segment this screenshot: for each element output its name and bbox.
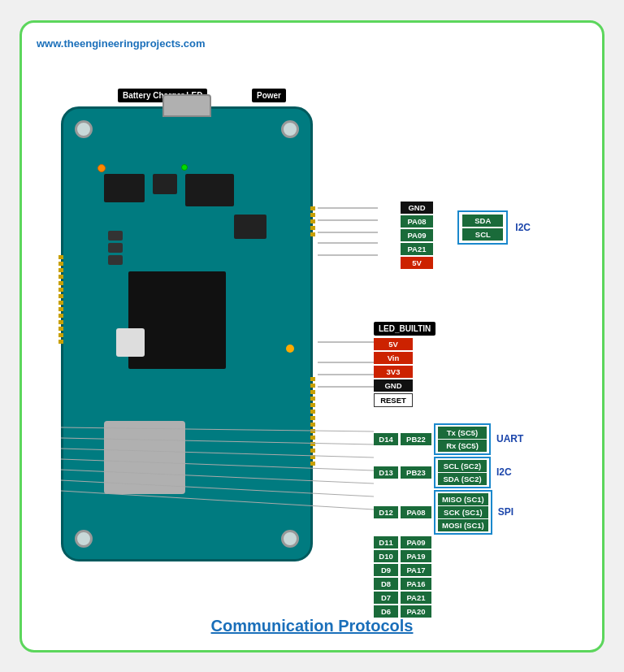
mosi-sc1-label: MOSI (SC1) xyxy=(438,519,488,531)
d12-label: D12 xyxy=(374,506,398,518)
pa16-label: PA16 xyxy=(401,578,431,590)
power-led xyxy=(181,164,188,171)
spi-protocol-label: SPI xyxy=(498,506,514,518)
website-url: www.theengineeringprojects.com xyxy=(37,37,587,50)
d10-label: D10 xyxy=(374,550,398,562)
d13-row: D13 PB23 SCL (SC2) SDA (SC2) I2C xyxy=(374,457,523,488)
pa19-label: PA19 xyxy=(401,550,431,562)
pa17-label: PA17 xyxy=(401,564,431,576)
gnd-pin-row: GND xyxy=(401,202,433,214)
uart-box: Tx (SC5) Rx (SC5) xyxy=(434,423,491,455)
pa21-pin-label: PA21 xyxy=(401,243,433,255)
pa08-pin-row: PA08 xyxy=(401,215,433,228)
mounting-hole-br xyxy=(281,530,299,548)
d8-row: D8 PA16 xyxy=(374,578,523,590)
pa08-bot-label: PA08 xyxy=(401,506,431,518)
d14-row: D14 PB22 Tx (SC5) Rx (SC5) UART xyxy=(374,423,523,455)
d6-row: D6 PA20 xyxy=(374,605,523,618)
5v-mid-label: 5V xyxy=(374,338,413,350)
pb23-label: PB23 xyxy=(401,466,431,479)
power-label: Power xyxy=(252,89,286,102)
component-top-right xyxy=(234,215,266,239)
pa09-pin-row: PA09 xyxy=(401,229,433,241)
vin-label: Vin xyxy=(374,352,413,364)
d9-row: D9 PA17 xyxy=(374,564,523,576)
d6-label: D6 xyxy=(374,605,398,618)
uart-protocol-label: UART xyxy=(496,433,523,444)
d7-row: D7 PA21 xyxy=(374,592,523,604)
gnd-pin-label: GND xyxy=(401,202,433,214)
bottom-pins-section: D14 PB22 Tx (SC5) Rx (SC5) UART D13 PB23… xyxy=(374,423,523,618)
i2c-top-group: SDA SCL I2C xyxy=(457,210,531,245)
tx-sc5-label: Tx (SC5) xyxy=(438,427,487,439)
pa09-pin-label: PA09 xyxy=(401,229,433,241)
i2c-top-box: SDA SCL xyxy=(457,210,508,245)
sda-sc2-label: SDA (SC2) xyxy=(438,473,487,485)
d8-label: D8 xyxy=(374,578,398,590)
arduino-board xyxy=(61,106,313,561)
d12-row: D12 PA08 MISO (SC1) SCK (SC1) MOSI (SC1)… xyxy=(374,490,523,535)
middle-right-pins: 5V Vin 3V3 GND RESET xyxy=(374,338,413,407)
i2c-bottom-box: SCL (SC2) SDA (SC2) xyxy=(434,457,491,488)
pb22-label: PB22 xyxy=(401,433,431,445)
3v3-label: 3V3 xyxy=(374,366,413,378)
component-small-3 xyxy=(108,255,123,265)
i2c-bottom-protocol-label: I2C xyxy=(496,466,512,478)
d13-label: D13 xyxy=(374,466,398,479)
main-card: www.theengineeringprojects.com Battery C… xyxy=(20,20,604,652)
white-component xyxy=(116,328,145,357)
led-builtin-label: LED_BUILTIN xyxy=(374,322,436,336)
scl-sc2-label: SCL (SC2) xyxy=(438,460,487,472)
component-small-1 xyxy=(108,231,123,241)
5v-top-pin-row: 5V xyxy=(401,257,433,269)
battery-charger-led xyxy=(98,164,106,172)
d11-label: D11 xyxy=(374,536,398,548)
d7-label: D7 xyxy=(374,592,398,604)
gnd-mid-label: GND xyxy=(374,379,413,392)
d9-label: D9 xyxy=(374,564,398,576)
pa08-pin-label: PA08 xyxy=(401,215,433,228)
d11-row: D11 PA09 xyxy=(374,536,523,548)
led-middle xyxy=(286,345,294,353)
5v-top-pin-label: 5V xyxy=(401,257,433,269)
reset-label: RESET xyxy=(374,393,413,407)
pa20-label: PA20 xyxy=(401,605,431,618)
pin-header-left xyxy=(58,255,63,344)
page-title: Communication Protocols xyxy=(37,617,587,635)
sd-card-area xyxy=(104,421,185,494)
ic-component-1 xyxy=(104,174,145,202)
mounting-hole-tl xyxy=(75,120,93,138)
spi-box: MISO (SC1) SCK (SC1) MOSI (SC1) xyxy=(434,490,492,535)
diagram-area: Battery Charger LED Power xyxy=(37,58,587,610)
mounting-hole-bl xyxy=(75,530,93,548)
pa09-bot-label: PA09 xyxy=(401,536,431,548)
sda-top-label: SDA xyxy=(462,215,503,227)
sck-sc1-label: SCK (SC1) xyxy=(438,506,488,518)
d10-row: D10 PA19 xyxy=(374,550,523,562)
i2c-top-protocol-label: I2C xyxy=(515,222,531,233)
scl-top-label: SCL xyxy=(462,228,503,241)
ic-component-3 xyxy=(185,174,234,206)
usb-connector xyxy=(162,94,211,117)
pin-header-top-right xyxy=(310,206,315,236)
mounting-hole-tr xyxy=(281,120,299,138)
d14-label: D14 xyxy=(374,433,398,445)
pa21-bot-label: PA21 xyxy=(401,592,431,604)
pin-header-right xyxy=(310,377,315,466)
ic-component-2 xyxy=(153,174,177,194)
top-right-pins: GND PA08 PA09 PA21 5V xyxy=(401,202,433,269)
component-small-2 xyxy=(108,243,123,253)
pa21-pin-row: PA21 xyxy=(401,243,433,255)
rx-sc5-label: Rx (SC5) xyxy=(438,440,487,452)
miso-sc1-label: MISO (SC1) xyxy=(438,493,488,505)
